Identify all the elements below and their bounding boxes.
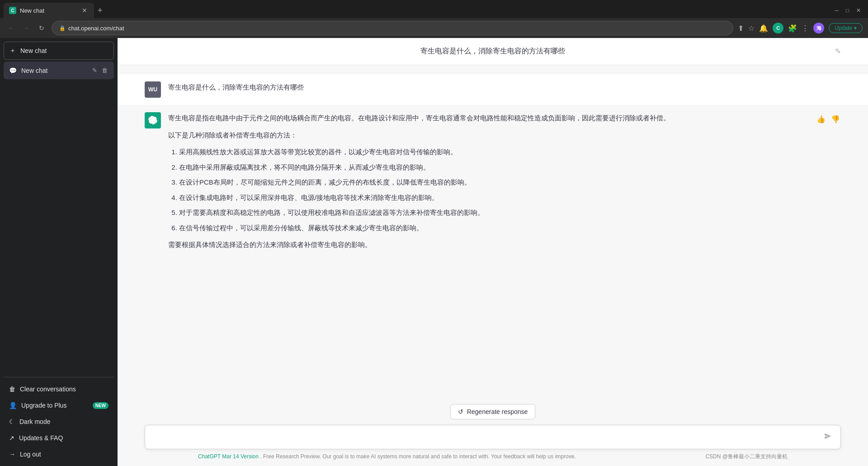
footer-description: . Free Research Preview. Our goal is to …: [260, 453, 576, 460]
address-bar[interactable]: 🔒 chat.openai.com/chat: [52, 21, 733, 35]
maximize-button[interactable]: □: [846, 7, 849, 14]
assistant-message-content: 寄生电容是指在电路中由于元件之间的电场耦合而产生的电容。在电路设计和应用中，寄生…: [168, 112, 808, 256]
address-url: chat.openai.com/chat: [68, 25, 124, 32]
notification-icon[interactable]: 🔔: [759, 24, 768, 33]
browser-chrome: C New chat ✕ + ─ □ ✕ ← → ↻ 🔒 chat.openai…: [0, 0, 868, 38]
update-button[interactable]: Update ▾: [829, 23, 863, 33]
sidebar-spacer: [4, 79, 114, 377]
address-bar-row: ← → ↻ 🔒 chat.openai.com/chat ⬆ ☆ 🔔 C 🧩 ⋮…: [0, 18, 868, 38]
refresh-button[interactable]: ↻: [36, 23, 47, 33]
user-message-content: 寄生电容是什么，消除寄生电容的方法有哪些: [168, 81, 841, 93]
assistant-message-row: 寄生电容是指在电路中由于元件之间的电场耦合而产生的电容。在电路设计和应用中，寄生…: [118, 105, 868, 263]
list-item-3: 在设计PCB布局时，尽可能缩短元件之间的距离，减少元件的布线长度，以降低寄生电容…: [179, 176, 808, 188]
list-item-5: 对于需要高精度和高稳定性的电路，可以使用校准电路和自适应滤波器等方法来补偿寄生电…: [179, 207, 808, 219]
list-item-2: 在电路中采用屏蔽或隔离技术，将不同的电路分隔开来，从而减少寄生电容的影响。: [179, 162, 808, 173]
forward-button[interactable]: →: [21, 23, 32, 33]
plus-icon: ＋: [9, 47, 16, 55]
footer-link-text: ChatGPT: [198, 453, 221, 460]
sidebar-item-upgrade[interactable]: 👤 Upgrade to Plus NEW: [4, 397, 114, 414]
minimize-button[interactable]: ─: [835, 7, 839, 14]
logout-icon: →: [9, 451, 15, 458]
chat-icon: 💬: [9, 67, 17, 74]
dark-mode-label: Dark mode: [19, 418, 50, 425]
list-item-1: 采用高频线性放大器或运算放大器等带宽比较宽的器件，以减少寄生电容对信号传输的影响…: [179, 146, 808, 158]
regenerate-label: Regenerate response: [467, 408, 528, 415]
updates-label: Updates & FAQ: [19, 434, 63, 442]
close-window-button[interactable]: ✕: [856, 7, 861, 14]
chat-input[interactable]: [152, 429, 822, 445]
thumbs-down-button[interactable]: 👎: [830, 114, 841, 124]
footer-right-text: CSDN @鲁棒最小二乘支持向量机: [705, 453, 788, 460]
tab-close-button[interactable]: ✕: [80, 6, 89, 14]
user-icon: 👤: [9, 402, 17, 409]
assistant-para-2: 以下是几种消除或者补偿寄生电容的方法：: [168, 129, 808, 141]
new-tab-button[interactable]: +: [94, 6, 106, 15]
chat-header: 寄生电容是什么，消除寄生电容的方法有哪些 ✎: [118, 38, 868, 65]
user-avatar[interactable]: 海: [813, 23, 824, 33]
upgrade-label: Upgrade to Plus: [21, 402, 66, 409]
send-button[interactable]: [822, 431, 833, 444]
moon-icon: ☾: [9, 418, 15, 425]
regenerate-button[interactable]: ↺ Regenerate response: [450, 404, 536, 419]
chat-footer: ↺ Regenerate response ChatGPT Mar 14 Ver…: [118, 397, 868, 466]
tab-favicon: C: [9, 7, 16, 14]
external-link-icon: ↗: [9, 434, 14, 442]
assistant-para-1: 寄生电容是指在电路中由于元件之间的电场耦合而产生的电容。在电路设计和应用中，寄生…: [168, 112, 808, 124]
back-button[interactable]: ←: [5, 23, 16, 33]
regenerate-icon: ↺: [458, 408, 463, 415]
message-action-buttons: 👍 👎: [816, 114, 841, 124]
assistant-avatar: [145, 112, 161, 128]
tab-bar: C New chat ✕ + ─ □ ✕: [0, 0, 868, 18]
extension-icon[interactable]: 🧩: [788, 24, 797, 33]
sidebar-item-dark-mode[interactable]: ☾ Dark mode: [4, 414, 114, 430]
chevron-down-icon: ▾: [854, 25, 857, 31]
app-container: ＋ New chat 💬 New chat ✎ 🗑 🗑 Clear conver…: [0, 38, 868, 466]
list-item-6: 在信号传输过程中，可以采用差分传输线、屏蔽线等技术来减少寄生电容的影响。: [179, 222, 808, 234]
chat-title: 寄生电容是什么，消除寄生电容的方法有哪些: [145, 47, 841, 56]
bookmark-icon[interactable]: ☆: [748, 24, 755, 33]
edit-chat-button[interactable]: ✎: [91, 66, 98, 75]
user-initials: WU: [148, 86, 157, 93]
new-badge: NEW: [93, 402, 108, 409]
chat-main: 寄生电容是什么，消除寄生电容的方法有哪些 ✎ WU 寄生电容是什么，消除寄生电容…: [118, 38, 868, 466]
update-label: Update: [835, 25, 852, 31]
new-chat-button[interactable]: ＋ New chat: [4, 42, 114, 60]
chat-item-actions: ✎ 🗑: [91, 66, 108, 75]
sidebar-item-updates[interactable]: ↗ Updates & FAQ: [4, 430, 114, 446]
input-area: [145, 425, 841, 449]
footer-note: ChatGPT Mar 14 Version . Free Research P…: [145, 453, 841, 462]
chat-history-item[interactable]: 💬 New chat ✎ 🗑: [4, 62, 114, 79]
tab-title: New chat: [20, 7, 77, 14]
footer-version-text: Mar 14 Version: [222, 453, 259, 460]
sidebar-item-logout[interactable]: → Log out: [4, 446, 114, 462]
active-tab[interactable]: C New chat ✕: [4, 3, 94, 18]
sidebar-item-clear[interactable]: 🗑 Clear conversations: [4, 381, 114, 397]
sidebar-bottom: 🗑 Clear conversations 👤 Upgrade to Plus …: [4, 377, 114, 462]
logout-label: Log out: [20, 451, 41, 458]
thumbs-up-button[interactable]: 👍: [816, 114, 826, 124]
chat-messages: WU 寄生电容是什么，消除寄生电容的方法有哪些 寄生电容是指在电路中由于元件之间…: [118, 65, 868, 397]
sidebar: ＋ New chat 💬 New chat ✎ 🗑 🗑 Clear conver…: [0, 38, 118, 466]
lock-icon: 🔒: [59, 25, 66, 31]
new-chat-label: New chat: [20, 47, 47, 54]
user-message-row: WU 寄生电容是什么，消除寄生电容的方法有哪些: [118, 74, 868, 105]
trash-icon: 🗑: [9, 385, 15, 393]
browser-toolbar-right: ⬆ ☆ 🔔 C 🧩 ⋮ 海 Update ▾: [738, 23, 863, 33]
list-item-4: 在设计集成电路时，可以采用深井电容、电源/接地电容等技术来消除寄生电容的影响。: [179, 192, 808, 204]
user-message-text: 寄生电容是什么，消除寄生电容的方法有哪些: [168, 83, 304, 91]
profile-avatar[interactable]: C: [773, 23, 783, 33]
assistant-para-3: 需要根据具体情况选择适合的方法来消除或者补偿寄生电容的影响。: [168, 239, 808, 251]
share-icon[interactable]: ⬆: [738, 24, 744, 33]
edit-title-icon[interactable]: ✎: [835, 47, 841, 56]
clear-label: Clear conversations: [20, 385, 76, 393]
user-avatar: WU: [145, 81, 161, 98]
grid-icon[interactable]: ⋮: [802, 24, 809, 33]
window-controls: ─ □ ✕: [835, 7, 864, 14]
chat-item-label: New chat: [21, 67, 87, 74]
chatgpt-version-link[interactable]: ChatGPT Mar 14 Version: [198, 453, 260, 460]
assistant-list: 采用高频线性放大器或运算放大器等带宽比较宽的器件，以减少寄生电容对信号传输的影响…: [168, 146, 808, 233]
delete-chat-button[interactable]: 🗑: [101, 66, 108, 75]
regenerate-row: ↺ Regenerate response: [145, 404, 841, 419]
